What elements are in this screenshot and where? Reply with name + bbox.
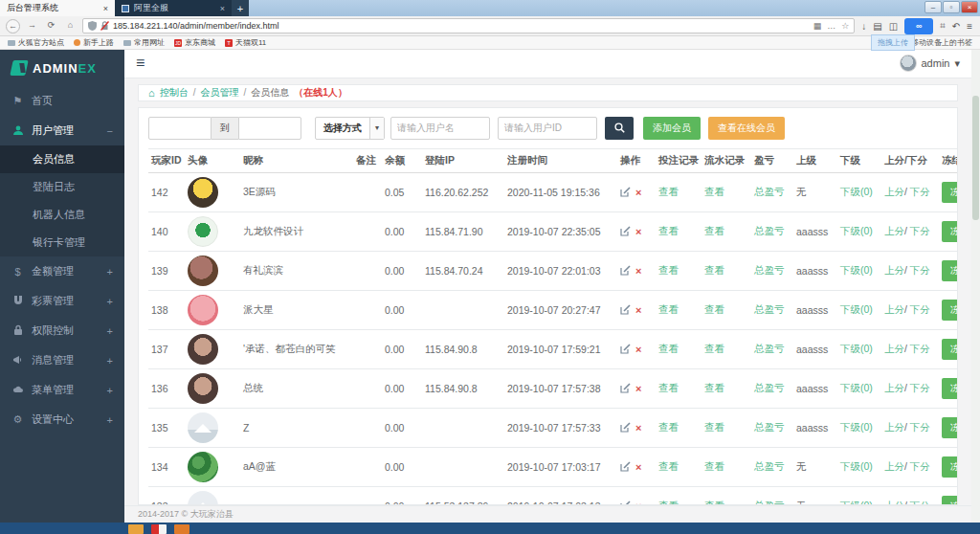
freeze-button[interactable]: 冻结 <box>942 221 958 242</box>
lower-level-link[interactable]: 下级(0) <box>840 186 873 197</box>
score-up-link[interactable]: 上分 <box>884 264 904 276</box>
score-down-link[interactable]: 下分 <box>910 303 930 315</box>
bookmark-star-icon[interactable]: ☆ <box>841 21 849 31</box>
edit-icon[interactable] <box>620 187 631 197</box>
flow-records-link[interactable]: 查看 <box>704 382 724 393</box>
sidebar-toggle-icon[interactable]: ◫ <box>889 21 898 32</box>
reload-icon[interactable]: ⟳ <box>44 19 58 33</box>
delete-icon[interactable]: × <box>635 226 641 237</box>
browser-tab-second[interactable]: 阿里全服 × <box>115 0 232 16</box>
score-down-link[interactable]: 下分 <box>910 460 930 472</box>
taskbar-app-icon[interactable] <box>151 524 167 534</box>
bet-records-link[interactable]: 查看 <box>658 460 679 472</box>
new-tab-button[interactable]: + <box>232 0 249 16</box>
flow-records-link[interactable]: 查看 <box>704 460 724 472</box>
total-profit-link[interactable]: 总盈亏 <box>754 382 785 393</box>
score-up-link[interactable]: 上分 <box>884 460 904 472</box>
freeze-button[interactable]: 冻结 <box>942 260 958 281</box>
freeze-button[interactable]: 冻结 <box>942 496 958 505</box>
sidebar-item-permission-control[interactable]: 权限控制 + <box>0 316 124 345</box>
bookmark-item[interactable]: T天猫双11 <box>225 37 266 48</box>
total-profit-link[interactable]: 总盈亏 <box>754 303 785 315</box>
score-down-link[interactable]: 下分 <box>910 186 930 197</box>
edit-icon[interactable] <box>620 422 631 433</box>
insecure-lock-icon[interactable] <box>100 21 109 31</box>
flow-records-link[interactable]: 查看 <box>704 225 724 236</box>
freeze-button[interactable]: 冻结 <box>942 417 958 438</box>
flow-records-link[interactable]: 查看 <box>704 343 724 354</box>
taskbar-app-icon[interactable] <box>174 524 189 534</box>
flow-records-link[interactable]: 查看 <box>704 421 724 433</box>
screenshot-icon[interactable]: ⌗ <box>940 20 946 32</box>
freeze-button[interactable]: 冻结 <box>942 456 958 478</box>
tab-close-icon[interactable]: × <box>103 4 108 13</box>
freeze-button[interactable]: 冻结 <box>942 378 958 399</box>
sidebar-item-bankcard[interactable]: 银行卡管理 <box>0 229 124 256</box>
page-actions-icon[interactable]: … <box>827 21 835 31</box>
browser-tab-admin[interactable]: 后台管理系统 × <box>0 0 115 16</box>
breadcrumb-member-management[interactable]: 会员管理 <box>200 86 238 100</box>
user-menu[interactable]: admin ▾ <box>900 55 961 72</box>
range-end-input[interactable] <box>238 117 301 140</box>
bet-records-link[interactable]: 查看 <box>658 264 679 276</box>
sidebar-collapse-icon[interactable]: ≡ <box>136 55 145 72</box>
sync-icon[interactable]: ↶ <box>952 21 960 32</box>
forward-icon[interactable]: → <box>25 19 39 33</box>
lower-level-link[interactable]: 下级(0) <box>840 343 873 354</box>
tab-close-icon[interactable]: × <box>220 4 225 13</box>
freeze-button[interactable]: 冻结 <box>942 339 958 360</box>
qr-grid-icon[interactable]: ▦ <box>813 21 822 31</box>
edit-icon[interactable] <box>620 383 631 393</box>
netdisk-extension-icon[interactable]: ∞ <box>904 18 933 34</box>
sidebar-item-lottery-management[interactable]: 彩票管理 + <box>0 286 124 316</box>
downloads-icon[interactable]: ↓ <box>861 21 866 32</box>
score-up-link[interactable]: 上分 <box>884 303 904 315</box>
expand-icon[interactable]: + <box>107 296 113 307</box>
browser-scrollbar[interactable] <box>971 50 980 523</box>
score-up-link[interactable]: 上分 <box>884 421 904 433</box>
score-up-link[interactable]: 上分 <box>884 186 904 197</box>
breadcrumb-console[interactable]: 控制台 <box>160 86 189 100</box>
total-profit-link[interactable]: 总盈亏 <box>754 460 785 472</box>
score-down-link[interactable]: 下分 <box>910 264 930 276</box>
select-mode-dropdown[interactable]: 选择方式 ▾ <box>315 117 385 140</box>
url-bar[interactable]: 185.184.221.140/admin/member/index.html … <box>82 18 855 33</box>
sidebar-item-home[interactable]: ⚑ 首页 <box>0 86 124 116</box>
add-member-button[interactable]: 添加会员 <box>643 117 701 140</box>
library-icon[interactable]: ▤ <box>873 21 881 32</box>
maximize-button[interactable]: ▫ <box>943 1 960 13</box>
delete-icon[interactable]: × <box>635 304 641 316</box>
site-info-icon[interactable] <box>88 21 97 31</box>
home-icon[interactable]: ⌂ <box>63 19 78 33</box>
total-profit-link[interactable]: 总盈亏 <box>754 421 785 433</box>
sidebar-item-user-management[interactable]: 用户管理 − <box>0 116 124 145</box>
freeze-button[interactable]: 冻结 <box>942 182 958 203</box>
score-down-link[interactable]: 下分 <box>910 382 930 393</box>
view-online-button[interactable]: 查看在线会员 <box>708 117 785 140</box>
delete-icon[interactable]: × <box>635 383 641 394</box>
close-button[interactable]: × <box>961 1 978 13</box>
delete-icon[interactable]: × <box>635 422 641 434</box>
username-input[interactable] <box>390 117 490 140</box>
userid-input[interactable] <box>498 117 597 140</box>
bookmark-item[interactable]: JD京东商城 <box>174 37 215 48</box>
bet-records-link[interactable]: 查看 <box>658 382 679 393</box>
score-down-link[interactable]: 下分 <box>910 343 930 354</box>
delete-icon[interactable]: × <box>635 187 641 198</box>
sidebar-item-message-management[interactable]: 消息管理 + <box>0 345 124 375</box>
delete-icon[interactable]: × <box>635 461 641 473</box>
sidebar-item-login-log[interactable]: 登陆日志 <box>0 173 124 201</box>
score-down-link[interactable]: 下分 <box>910 421 930 433</box>
score-up-link[interactable]: 上分 <box>884 382 904 393</box>
bet-records-link[interactable]: 查看 <box>658 343 679 354</box>
search-button[interactable] <box>605 117 634 140</box>
minimize-button[interactable]: – <box>924 1 942 13</box>
bet-records-link[interactable]: 查看 <box>658 225 679 236</box>
edit-icon[interactable] <box>620 265 631 276</box>
edit-icon[interactable] <box>620 344 631 354</box>
taskbar-app-icon[interactable] <box>128 524 144 534</box>
freeze-button[interactable]: 冻结 <box>942 300 958 321</box>
sidebar-item-amount-management[interactable]: $ 金额管理 + <box>0 256 124 286</box>
total-profit-link[interactable]: 总盈亏 <box>754 186 785 197</box>
total-profit-link[interactable]: 总盈亏 <box>754 225 785 236</box>
